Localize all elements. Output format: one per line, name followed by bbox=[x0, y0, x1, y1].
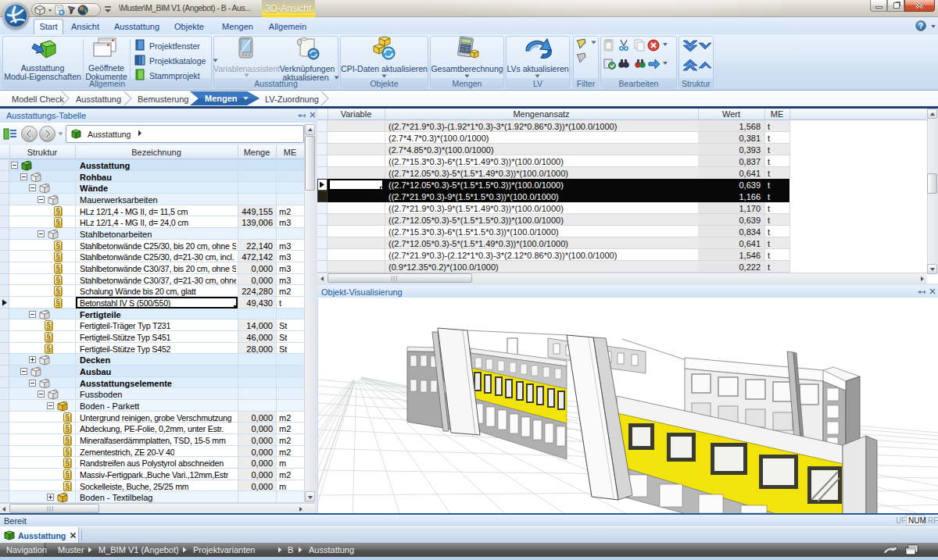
svg-text:Mengen: Mengen bbox=[205, 94, 238, 103]
